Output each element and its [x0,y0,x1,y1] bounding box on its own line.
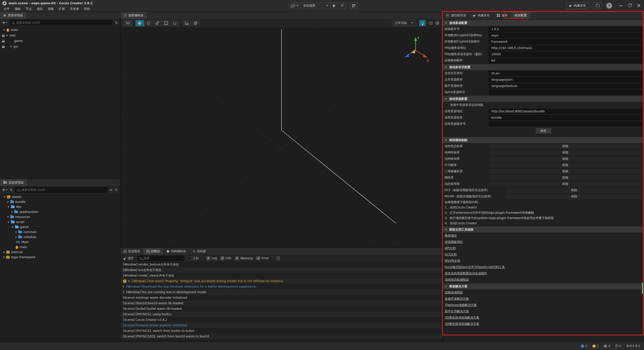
tab-hierarchy[interactable]: 层级管理器 [0,12,26,19]
lighting-toggle-button[interactable] [419,20,426,26]
expand-chevron-icon[interactable] [129,280,130,282]
menu-edit[interactable]: 编辑 [12,6,23,12]
log-row[interactable]: [Window] ecs文件夹不存在 [120,267,442,273]
gizmo-space-button[interactable] [191,20,200,26]
section-resources[interactable]: 游戏资源配置 [442,96,644,102]
asset-node-game[interactable]: game [0,225,120,230]
tree-node-root[interactable]: root [0,33,120,38]
error-count[interactable]: 0 [604,344,610,348]
tab-animation-editor[interactable]: 动画编辑器 [163,248,189,255]
doc-link[interactable]: 动画状态机编辑器 [445,278,469,282]
doc-link[interactable]: 原生包热更新配置自动生成插件 [445,271,487,276]
game-version-input[interactable] [489,27,642,32]
fps-input[interactable] [489,58,642,63]
step-button[interactable]: ↺ [338,3,346,9]
tab-assets[interactable]: 资源管理器 [0,179,27,186]
doc-link[interactable]: 游戏模板项目 [445,240,463,244]
filter-log-checkbox[interactable]: Log [207,256,217,260]
asset-node-common[interactable]: common [0,230,120,235]
play-button[interactable] [331,3,338,9]
delete-module-button[interactable]: 剔除 [489,144,642,149]
http-server-input[interactable] [489,46,642,51]
log-row-link[interactable]: [Window] Download the Vue Devtools exten… [120,284,442,289]
delete-module-button[interactable]: 剔除 [489,175,642,180]
move-tool-button[interactable] [135,20,144,26]
create-asset-button[interactable] [2,188,8,192]
solution-link[interactable]: Tiledmap地图解决方案 [445,303,477,307]
tab-scene-editor[interactable]: 场景编辑器 [120,12,147,19]
menu-extension[interactable]: 扩展 [56,6,67,12]
asset-node-assets[interactable]: assets [0,194,120,199]
save-button[interactable]: 保存 [536,128,551,134]
help-button[interactable]: ? [606,3,612,9]
rotate-tool-button[interactable] [144,20,153,26]
lang-json-path-input[interactable] [489,77,642,82]
hierarchy-sort-button[interactable]: ⇅ [115,21,118,24]
section-modules[interactable]: 框架模块剔除 [442,137,644,143]
console-search[interactable] [137,256,184,261]
asset-node-seedrandom[interactable]: seedrandom [0,209,120,214]
anchor-tool-button[interactable] [171,20,179,26]
section-solutions[interactable]: 框架解决方案 [442,283,644,289]
section-doc-links[interactable]: 框架文档工具链接 [442,227,644,233]
languages-input[interactable] [489,71,642,76]
assets-sort-button[interactable]: ⇅ [10,188,13,192]
open-project-folder-button[interactable] [593,2,602,9]
close-button[interactable] [637,4,640,7]
tab-property-inspector[interactable]: 属性检查器 [442,12,470,19]
asset-node-script[interactable]: script [0,220,120,225]
log-row[interactable]: [Scene] [box2d]:box2d wasm lib loaded. [120,300,442,306]
assets-refresh-button[interactable]: ↻ [115,188,118,192]
solution-link[interactable]: 新手引导解决方案 [445,309,469,314]
solution-link[interactable]: 战棋游戏框架 [445,290,463,295]
hierarchy-search-input[interactable] [16,21,110,24]
maximize-button[interactable] [628,4,631,7]
log-row-warning[interactable]: ![Window] [Vue warn]: Property "onInput"… [120,278,442,284]
asset-node-main-scene[interactable]: main [0,245,120,250]
solution-link[interactable]: 3D角色扮演游戏解决方案 [445,322,479,326]
expand-chevron-icon[interactable] [123,286,124,288]
render-mode-select[interactable]: 正常渲染 [392,20,416,26]
remote-url-input[interactable] [489,109,642,114]
dimension-toggle-button[interactable]: 3D [123,20,132,26]
menu-node[interactable]: 节点 [23,6,34,12]
assets-search-input[interactable] [21,188,105,192]
hierarchy-search[interactable] [10,20,112,25]
remote-load-checkbox[interactable]: 游戏中资源是否远程加载 [442,102,644,108]
console-search-input[interactable] [143,256,182,260]
filter-error-checkbox[interactable]: Error [257,256,269,260]
axis-gizmo[interactable]: Y X [400,34,431,65]
regex-checkbox[interactable]: 正则 [188,256,199,260]
section-game-basic[interactable]: 游戏基础配置 [442,20,644,26]
log-row[interactable]: [Window] model_view文件夹不存在 [120,273,442,278]
solution-link[interactable]: 全栈开发解决方案 [445,297,469,301]
warning-count[interactable]: 1 [592,344,599,348]
tree-node-gui[interactable]: gui [0,44,120,49]
assets-filter-button[interactable]: ≡ [110,188,113,192]
package-count[interactable]: 0 [615,344,621,348]
preview-qr-button[interactable] [350,2,358,9]
delete-module-button[interactable]: 剔除 [489,150,642,155]
delete-module-button[interactable]: 剔除 [489,156,642,161]
doc-link[interactable]: Excel格式转Json文件与TypeScript代码工具 [445,265,505,269]
spine-path-input[interactable] [489,90,642,95]
filter-warning-checkbox[interactable]: Warning [235,256,253,260]
scene-viewport[interactable]: Y X [120,27,442,247]
log-row-link[interactable]: [Scene] Forward render pipeline initiali… [120,323,442,328]
minimize-button[interactable] [619,6,622,6]
rect-tool-button[interactable] [162,20,171,26]
log-row[interactable]: [Scene] [PHYSICS2D]: switch from box2d-w… [120,334,442,339]
doc-link[interactable]: ECS文档 [445,252,457,257]
tab-framework-config[interactable]: 框架配置 [511,12,530,19]
scene-selector[interactable]: 当前场景 [301,3,331,9]
tree-node-main[interactable]: main [0,27,120,33]
tab-build-publish[interactable]: 构建发布 [470,12,493,19]
camera-icon[interactable] [429,22,433,24]
asset-node-bundle[interactable]: bundle [0,199,120,204]
delete-module-button[interactable]: 剔除 [506,188,642,193]
create-node-button[interactable] [2,21,8,24]
asset-node-resources[interactable]: resources [0,214,120,220]
inspector-scrollbar-thumb[interactable] [642,282,643,294]
log-row[interactable]: [Window] render_texture文件夹不存在 [120,262,442,267]
http-timeout-input[interactable] [489,52,642,57]
